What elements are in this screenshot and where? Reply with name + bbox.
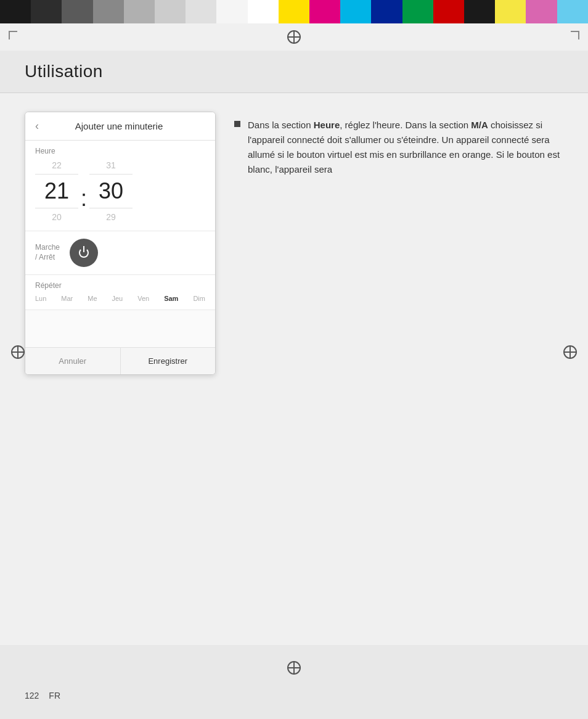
swatch-light-gray-3 (186, 0, 216, 23)
crosshair-left-icon (11, 345, 25, 359)
day-ven[interactable]: Ven (137, 295, 149, 302)
swatch-light-magenta (526, 0, 557, 23)
day-lun[interactable]: Lun (35, 295, 46, 302)
text-content: Dans la section Heure, réglez l'heure. D… (234, 112, 563, 375)
phone-title: Ajouter une minuterie (45, 121, 193, 131)
swatch-near-white (216, 0, 247, 23)
swatch-black (0, 0, 31, 23)
day-jeu[interactable]: Jeu (112, 295, 123, 302)
swatch-dark-gray-2 (62, 0, 92, 23)
crosshair-left-circle (11, 345, 25, 359)
swatch-magenta (309, 0, 340, 23)
back-button[interactable]: ‹ (35, 120, 39, 133)
save-button[interactable]: Enregistrer (120, 348, 216, 374)
bullet-text-1: Dans la section Heure, réglez l'heure. D… (248, 118, 563, 177)
repeat-label: Répéter (35, 281, 205, 290)
bold-ma: M/A (471, 120, 488, 130)
phone-header: ‹ Ajouter une minuterie (25, 112, 215, 141)
swatch-light-gray-1 (124, 0, 155, 23)
hour-top-divider (35, 174, 78, 175)
minute-bottom-divider (89, 208, 133, 208)
time-separator: : (78, 171, 89, 212)
bullet-icon (234, 121, 240, 127)
day-dim[interactable]: Dim (193, 295, 205, 302)
swatch-yellow (279, 0, 309, 23)
cancel-button[interactable]: Annuler (25, 348, 120, 374)
hour-below: 20 (52, 210, 62, 224)
time-picker-section: Heure 22 21 20 : 31 30 29 (25, 141, 215, 231)
page-number-area: 122 FR (0, 684, 588, 719)
section-header: Utilisation (0, 51, 588, 93)
repeat-section: Répéter Lun Mar Me Jeu Ven Sam Dim (25, 275, 215, 310)
power-icon (77, 246, 91, 260)
bullet-item-1: Dans la section Heure, réglez l'heure. D… (234, 118, 563, 177)
swatch-white (248, 0, 279, 23)
corner-mark-tr (571, 31, 579, 39)
hour-column: 22 21 20 (35, 158, 78, 224)
time-picker-row: 22 21 20 : 31 30 29 (35, 158, 205, 224)
swatch-gray (93, 0, 124, 23)
swatch-green (402, 0, 433, 23)
swatch-light-yellow (495, 0, 526, 23)
page-number: 122 (25, 691, 39, 701)
day-sam[interactable]: Sam (164, 295, 178, 302)
footer-crosshair-circle (287, 661, 301, 675)
hour-main: 21 (44, 176, 69, 207)
swatch-light-cyan (557, 0, 588, 23)
power-icon-circle (79, 248, 89, 258)
swatch-cyan (340, 0, 371, 23)
onoff-label: Marche / Arrêt (35, 243, 60, 262)
color-bar (0, 0, 588, 23)
corner-mark-tl (9, 31, 17, 39)
minute-above: 31 (106, 158, 116, 173)
minute-main: 30 (99, 176, 123, 207)
phone-spacer (25, 310, 215, 347)
main-content: ‹ Ajouter une minuterie Heure 22 21 20 :… (0, 93, 588, 393)
swatch-blue (371, 0, 402, 23)
footer: 122 FR (0, 645, 588, 719)
day-me[interactable]: Me (88, 295, 97, 302)
days-row: Lun Mar Me Jeu Ven Sam Dim (35, 295, 205, 306)
phone-buttons: Annuler Enregistrer (25, 347, 215, 374)
bullet-middle1: , réglez l'heure. Dans la section (340, 120, 471, 130)
crosshair-circle (287, 30, 301, 44)
crosshair-left-area (11, 345, 25, 359)
time-label: Heure (35, 147, 205, 155)
hour-above: 22 (52, 158, 62, 173)
crosshair-top-icon (287, 30, 301, 44)
bullet-prefix: Dans la section (248, 120, 314, 130)
minute-below: 29 (106, 210, 116, 224)
footer-crosshair-area (0, 661, 588, 675)
power-button[interactable] (70, 239, 98, 267)
footer-crosshair-icon (287, 661, 301, 675)
crosshair-right-icon (563, 345, 577, 359)
minute-column: 31 30 29 (89, 158, 133, 224)
page-language: FR (49, 691, 60, 701)
hour-bottom-divider (35, 208, 78, 208)
swatch-black-2 (464, 0, 495, 23)
swatch-dark-gray-1 (31, 0, 62, 23)
crosshair-top-area (0, 23, 588, 51)
section-title: Utilisation (25, 62, 563, 81)
bold-heure: Heure (314, 120, 340, 130)
minute-top-divider (89, 174, 133, 175)
onoff-section: Marche / Arrêt (25, 231, 215, 275)
swatch-light-gray-2 (155, 0, 186, 23)
crosshair-right-circle (563, 345, 577, 359)
swatch-red (433, 0, 464, 23)
phone-mockup: ‹ Ajouter une minuterie Heure 22 21 20 :… (25, 112, 216, 375)
day-mar[interactable]: Mar (61, 295, 73, 302)
crosshair-right-area (563, 345, 577, 359)
